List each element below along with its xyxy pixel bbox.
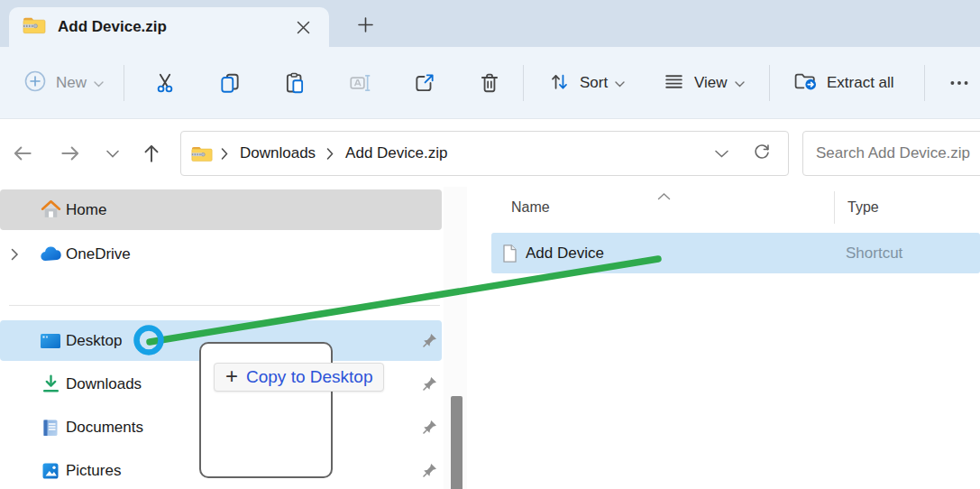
pin-icon bbox=[420, 419, 438, 437]
view-button-label: View bbox=[694, 74, 728, 92]
search-box[interactable] bbox=[802, 131, 980, 176]
view-lines-icon bbox=[663, 70, 685, 97]
rename-button[interactable] bbox=[340, 61, 380, 105]
drop-action-label: Copy to Desktop bbox=[246, 367, 372, 387]
new-tab-button[interactable] bbox=[350, 11, 380, 38]
column-header-name[interactable]: Name bbox=[511, 199, 550, 216]
onedrive-cloud-icon bbox=[39, 243, 62, 266]
address-dropdown-chevron[interactable] bbox=[715, 145, 728, 161]
desktop-icon bbox=[39, 329, 62, 353]
new-button-label: New bbox=[56, 74, 87, 92]
expand-chevron-icon[interactable] bbox=[11, 248, 27, 261]
cut-button[interactable] bbox=[145, 61, 185, 105]
chevron-down-icon bbox=[615, 75, 625, 91]
rename-icon bbox=[348, 71, 371, 95]
toolbar-divider bbox=[124, 65, 124, 101]
back-button[interactable] bbox=[5, 136, 40, 171]
paste-button[interactable] bbox=[275, 61, 315, 105]
command-toolbar: New bbox=[0, 47, 980, 119]
share-button[interactable] bbox=[405, 61, 444, 105]
column-header-type[interactable]: Type bbox=[847, 199, 879, 216]
plus-icon: + bbox=[225, 365, 238, 387]
tab-add-device-zip[interactable]: Add Device.zip bbox=[9, 7, 329, 47]
recent-locations-chevron[interactable] bbox=[96, 136, 130, 171]
sidebar-item-label: Desktop bbox=[66, 332, 122, 350]
trash-icon bbox=[478, 71, 501, 95]
share-icon bbox=[413, 71, 436, 95]
documents-icon bbox=[39, 416, 62, 439]
sort-arrows-icon bbox=[548, 70, 571, 97]
search-input[interactable] bbox=[803, 144, 980, 162]
chevron-down-icon bbox=[94, 75, 104, 91]
scissors-icon bbox=[153, 71, 177, 95]
column-divider[interactable] bbox=[834, 191, 835, 224]
close-tab-icon[interactable] bbox=[289, 14, 316, 41]
zip-folder-icon bbox=[190, 143, 214, 164]
breadcrumb[interactable]: Downloads Add Device.zip bbox=[180, 131, 789, 176]
pictures-icon bbox=[39, 459, 62, 483]
ellipsis-icon bbox=[948, 71, 971, 95]
drop-action-tooltip: + Copy to Desktop bbox=[214, 363, 384, 392]
toolbar-divider bbox=[924, 65, 925, 101]
file-type: Shortcut bbox=[846, 244, 902, 263]
more-options-button[interactable] bbox=[939, 61, 979, 105]
file-icon bbox=[499, 243, 520, 264]
extract-all-button[interactable]: Extract all bbox=[786, 61, 909, 105]
tab-title: Add Device.zip bbox=[58, 18, 289, 36]
sidebar-item-label: OneDrive bbox=[66, 245, 131, 263]
extract-folder-icon bbox=[793, 69, 818, 97]
copy-button[interactable] bbox=[210, 61, 250, 105]
pin-icon bbox=[420, 375, 438, 393]
file-explorer-window: Add Device.zip New bbox=[0, 0, 980, 489]
sort-ascending-caret-icon bbox=[657, 188, 671, 204]
sidebar-item-onedrive[interactable]: OneDrive bbox=[0, 234, 442, 274]
toolbar-divider bbox=[523, 65, 524, 101]
address-bar: Downloads Add Device.zip bbox=[0, 119, 980, 187]
sidebar-item-home[interactable]: Home bbox=[0, 189, 442, 230]
forward-button[interactable] bbox=[53, 136, 87, 171]
breadcrumb-item-downloads[interactable]: Downloads bbox=[236, 144, 319, 162]
delete-button[interactable] bbox=[470, 61, 509, 105]
sidebar-item-label: Pictures bbox=[66, 462, 121, 480]
view-button[interactable]: View bbox=[655, 61, 752, 105]
sidebar-scrollbar-track[interactable] bbox=[444, 187, 467, 489]
sidebar-scrollbar-thumb[interactable] bbox=[451, 396, 463, 489]
breadcrumb-item-add-device-zip[interactable]: Add Device.zip bbox=[342, 144, 451, 162]
downloads-icon bbox=[39, 373, 62, 396]
file-name: Add Device bbox=[526, 244, 604, 263]
home-icon bbox=[39, 198, 62, 222]
sidebar-item-label: Downloads bbox=[66, 375, 142, 393]
extract-all-button-label: Extract all bbox=[827, 74, 894, 92]
tab-bar: Add Device.zip bbox=[0, 0, 980, 47]
zip-folder-icon bbox=[22, 14, 47, 40]
up-button[interactable] bbox=[134, 136, 169, 171]
toolbar-divider bbox=[769, 65, 770, 101]
sidebar-item-label: Documents bbox=[66, 419, 143, 437]
breadcrumb-chevron-icon[interactable] bbox=[214, 148, 236, 160]
paste-icon bbox=[283, 71, 307, 95]
pin-icon bbox=[420, 462, 438, 480]
plus-circle-icon bbox=[23, 69, 47, 97]
breadcrumb-chevron-icon[interactable] bbox=[319, 148, 342, 160]
sidebar-divider bbox=[9, 305, 440, 306]
sort-button-label: Sort bbox=[580, 74, 608, 92]
sort-button[interactable]: Sort bbox=[541, 61, 632, 105]
pin-icon bbox=[420, 332, 438, 350]
sidebar-item-label: Home bbox=[66, 201, 106, 219]
new-button[interactable]: New bbox=[16, 61, 111, 105]
chevron-down-icon bbox=[735, 75, 745, 91]
copy-icon bbox=[218, 71, 242, 95]
file-row-add-device[interactable]: Add Device Shortcut bbox=[491, 233, 980, 273]
refresh-icon[interactable] bbox=[752, 142, 772, 165]
